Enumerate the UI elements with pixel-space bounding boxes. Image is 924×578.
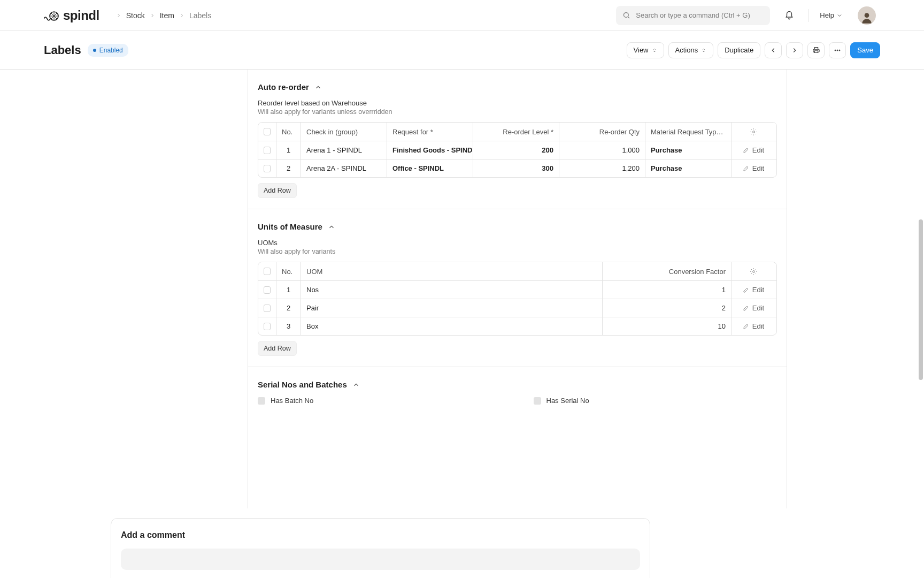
- section-serial: Serial Nos and Batches Has Batch No Has …: [248, 367, 787, 415]
- section-auto-reorder: Auto re-order Reorder level based on War…: [248, 70, 787, 209]
- col-reorder-level: Re-order Level *: [473, 123, 559, 141]
- view-menu-button[interactable]: View: [627, 42, 664, 58]
- cell-uom[interactable]: Nos: [301, 281, 603, 299]
- svg-point-1: [624, 13, 629, 18]
- cell-checkin[interactable]: Arena 2A - SPINDL: [301, 159, 387, 177]
- cell-qty[interactable]: 1,200: [559, 159, 645, 177]
- actions-menu-button[interactable]: Actions: [668, 42, 714, 58]
- save-button[interactable]: Save: [850, 42, 880, 58]
- chevron-down-icon: [836, 12, 843, 19]
- cell-request[interactable]: Office - SPINDL: [387, 159, 473, 177]
- edit-label: Edit: [752, 164, 764, 172]
- cell-factor[interactable]: 1: [603, 281, 732, 299]
- page-title: Labels: [44, 43, 81, 57]
- cell-level[interactable]: 200: [473, 141, 559, 159]
- table-settings-button[interactable]: [732, 262, 775, 280]
- pencil-icon: [743, 305, 749, 311]
- row-edit-button[interactable]: Edit: [732, 159, 775, 177]
- row-checkbox[interactable]: [258, 299, 276, 317]
- cell-no: 1: [276, 141, 301, 159]
- row-checkbox[interactable]: [258, 281, 276, 299]
- col-request-for: Request for *: [387, 123, 473, 141]
- section-toggle-serial[interactable]: Serial Nos and Batches: [258, 380, 777, 389]
- next-button[interactable]: [786, 42, 803, 58]
- row-checkbox[interactable]: [258, 317, 276, 335]
- comment-title: Add a comment: [121, 530, 640, 540]
- status-badge: Enabled: [88, 44, 128, 57]
- chevron-right-icon: [116, 12, 122, 19]
- col-no: No.: [276, 123, 301, 141]
- svg-point-6: [752, 131, 754, 133]
- has-batch-checkbox[interactable]: Has Batch No: [258, 397, 502, 405]
- row-edit-button[interactable]: Edit: [732, 141, 775, 159]
- cell-checkin[interactable]: Arena 1 - SPINDL: [301, 141, 387, 159]
- col-no: No.: [276, 262, 301, 280]
- header-checkbox[interactable]: [258, 123, 276, 141]
- comment-input[interactable]: [121, 549, 640, 570]
- search-input[interactable]: Search or type a command (Ctrl + G): [616, 6, 770, 25]
- printer-icon: [812, 46, 820, 54]
- chevron-right-icon: [179, 12, 185, 19]
- chevron-right-icon: [149, 12, 156, 19]
- search-placeholder: Search or type a command (Ctrl + G): [636, 11, 750, 19]
- row-checkbox[interactable]: [258, 141, 276, 159]
- brand-name: spindl: [63, 8, 99, 23]
- cell-no: 2: [276, 159, 301, 177]
- section-title: Auto re-order: [258, 82, 309, 92]
- actions-label: Actions: [675, 46, 698, 54]
- print-button[interactable]: [807, 42, 825, 58]
- col-conversion-factor: Conversion Factor: [603, 262, 732, 280]
- cell-request[interactable]: Finished Goods - SPINDL: [387, 141, 473, 159]
- cell-no: 2: [276, 299, 301, 317]
- row-checkbox[interactable]: [258, 159, 276, 177]
- table-row[interactable]: 2 Pair 2 Edit: [258, 299, 776, 317]
- user-avatar[interactable]: [858, 6, 876, 25]
- notifications-button[interactable]: [781, 7, 798, 24]
- brand-logo[interactable]: spindl: [44, 8, 99, 23]
- reorder-table: No. Check in (group) Request for * Re-or…: [258, 122, 777, 178]
- help-label: Help: [820, 11, 834, 19]
- add-row-button[interactable]: Add Row: [258, 341, 297, 356]
- cell-factor[interactable]: 2: [603, 299, 732, 317]
- edit-label: Edit: [752, 304, 764, 312]
- more-button[interactable]: [829, 42, 846, 58]
- brand-mark-icon: [44, 9, 60, 22]
- cell-level[interactable]: 300: [473, 159, 559, 177]
- prev-button[interactable]: [765, 42, 782, 58]
- comment-card: Add a comment: [111, 518, 650, 578]
- header-checkbox[interactable]: [258, 262, 276, 280]
- svg-point-7: [752, 270, 754, 272]
- row-edit-button[interactable]: Edit: [732, 317, 775, 335]
- svg-point-5: [839, 49, 840, 50]
- add-row-button[interactable]: Add Row: [258, 183, 297, 198]
- crumb-stock[interactable]: Stock: [126, 11, 145, 20]
- section-toggle-auto-reorder[interactable]: Auto re-order: [258, 82, 777, 92]
- cell-type[interactable]: Purchase: [645, 141, 732, 159]
- table-row[interactable]: 3 Box 10 Edit: [258, 317, 776, 335]
- crumb-item[interactable]: Item: [160, 11, 174, 20]
- table-row[interactable]: 1 Arena 1 - SPINDL Finished Goods - SPIN…: [258, 141, 776, 159]
- row-edit-button[interactable]: Edit: [732, 281, 775, 299]
- cell-uom[interactable]: Box: [301, 317, 603, 335]
- table-settings-button[interactable]: [732, 123, 775, 141]
- table-row[interactable]: 1 Nos 1 Edit: [258, 280, 776, 299]
- duplicate-button[interactable]: Duplicate: [718, 42, 760, 58]
- has-serial-checkbox[interactable]: Has Serial No: [534, 397, 777, 405]
- scrollbar-thumb[interactable]: [919, 219, 923, 380]
- table-row[interactable]: 2 Arena 2A - SPINDL Office - SPINDL 300 …: [258, 159, 776, 177]
- section-toggle-uom[interactable]: Units of Measure: [258, 222, 777, 231]
- checkbox-icon: [534, 397, 541, 405]
- cell-factor[interactable]: 10: [603, 317, 732, 335]
- cell-qty[interactable]: 1,000: [559, 141, 645, 159]
- help-menu[interactable]: Help: [820, 11, 843, 19]
- section-title: Units of Measure: [258, 222, 322, 231]
- chevron-right-icon: [791, 47, 798, 54]
- breadcrumb: Stock Item Labels: [116, 11, 212, 20]
- row-edit-button[interactable]: Edit: [732, 299, 775, 317]
- cell-no: 1: [276, 281, 301, 299]
- pencil-icon: [743, 165, 749, 172]
- scrollbar[interactable]: [919, 70, 923, 391]
- cell-uom[interactable]: Pair: [301, 299, 603, 317]
- cell-type[interactable]: Purchase: [645, 159, 732, 177]
- add-row-label: Add Row: [264, 187, 291, 194]
